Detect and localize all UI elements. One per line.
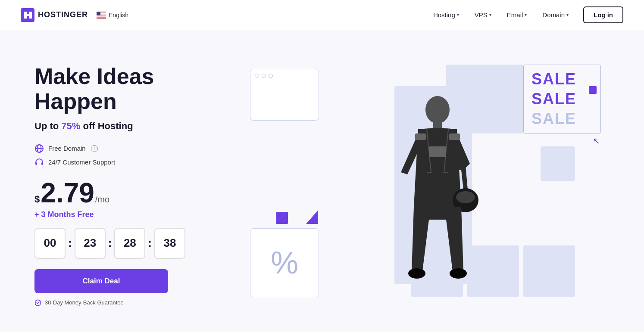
deco-blue-sq-mid-right	[541, 146, 575, 181]
navbar: HOSTINGER English Hosting ▾ VPS ▾	[0, 0, 644, 30]
svg-point-18	[408, 268, 425, 279]
browser-dots	[255, 74, 314, 78]
features-list: Free Domain i 24/7 Customer Support	[34, 144, 241, 167]
nav-vps[interactable]: VPS ▾	[469, 8, 497, 22]
svg-rect-13	[41, 162, 43, 165]
info-icon[interactable]: i	[91, 145, 98, 152]
navbar-left: HOSTINGER English	[21, 8, 128, 22]
countdown-timer: 00 : 23 : 28 : 38	[34, 228, 241, 259]
browser-dot-3	[269, 74, 273, 78]
sale-text-1: SALE	[531, 70, 576, 88]
months-free: + 3 Months Free	[34, 210, 241, 219]
timer-centiseconds: 38	[154, 228, 185, 259]
browser-dot-2	[262, 74, 266, 78]
main-content: Make Ideas Happen Up to 75% off Hosting …	[0, 30, 644, 332]
flag-icon	[97, 12, 106, 19]
price-main: 2.79	[41, 179, 94, 207]
timer-seconds: 28	[114, 228, 145, 259]
shield-icon	[34, 299, 41, 306]
logo[interactable]: HOSTINGER	[21, 8, 88, 22]
nav-domain[interactable]: Domain ▾	[536, 8, 575, 22]
feature-domain-label: Free Domain	[48, 145, 86, 152]
percent-symbol: %	[271, 247, 298, 278]
guarantee-label: 30-Day Money-Back Guarantee	[45, 299, 124, 306]
navbar-right: Hosting ▾ VPS ▾ Email ▾ Domain ▾ Log in	[427, 6, 623, 23]
login-button[interactable]: Log in	[583, 6, 623, 23]
svg-rect-21	[415, 133, 426, 140]
subheadline-suffix: off Hosting	[80, 121, 133, 131]
svg-rect-6	[97, 16, 106, 17]
headset-icon	[34, 158, 44, 167]
timer-sep-1: :	[68, 236, 72, 250]
nav-email[interactable]: Email ▾	[501, 8, 533, 22]
timer-sep-3: :	[148, 236, 152, 250]
hero-subheadline: Up to 75% off Hosting	[34, 121, 241, 132]
hero-left: Make Ideas Happen Up to 75% off Hosting …	[34, 64, 241, 306]
timer-minutes: 23	[75, 228, 106, 259]
hero-headline: Make Ideas Happen	[34, 64, 241, 113]
language-selector[interactable]: English	[97, 12, 128, 19]
svg-point-14	[425, 96, 450, 124]
chevron-down-icon: ▾	[566, 12, 569, 17]
person-svg	[377, 86, 498, 310]
feature-support: 24/7 Customer Support	[34, 158, 241, 167]
chevron-down-icon: ▾	[489, 12, 491, 17]
sale-box: SALE SALE SALE	[523, 65, 601, 133]
svg-point-17	[456, 191, 475, 203]
sale-text-2: SALE	[531, 90, 576, 108]
svg-rect-15	[433, 121, 442, 129]
nav-hosting[interactable]: Hosting ▾	[427, 8, 465, 22]
svg-point-19	[450, 268, 467, 279]
feature-domain: Free Domain i	[34, 144, 241, 153]
logo-text: HOSTINGER	[38, 10, 88, 19]
pricing-section: $ 2.79 /mo	[34, 179, 241, 207]
logo-icon	[21, 8, 34, 22]
svg-rect-5	[97, 15, 106, 16]
svg-rect-12	[35, 162, 37, 165]
hero-right: % SALE SALE SALE ↖	[241, 60, 610, 310]
feature-support-label: 24/7 Customer Support	[48, 158, 115, 166]
deco-purple-sq-left	[276, 212, 288, 224]
deco-purple-triangle	[306, 210, 318, 224]
price-dollar: $	[34, 194, 40, 205]
subheadline-highlight: 75%	[61, 121, 80, 131]
browser-mockup	[250, 69, 319, 121]
percent-box: %	[250, 228, 319, 297]
globe-icon	[34, 144, 44, 153]
svg-rect-7	[97, 17, 106, 18]
svg-rect-20	[429, 146, 446, 157]
timer-hours: 00	[34, 228, 66, 259]
hero-person	[377, 86, 498, 310]
lang-label: English	[109, 12, 128, 19]
chevron-down-icon: ▾	[457, 12, 459, 17]
cursor-icon: ↖	[593, 136, 600, 146]
price-mo: /mo	[95, 195, 109, 205]
deco-blue-sq-br1	[523, 245, 575, 297]
subheadline-prefix: Up to	[34, 121, 61, 131]
timer-sep-2: :	[108, 236, 112, 250]
svg-rect-8	[97, 12, 100, 16]
chevron-down-icon: ▾	[525, 12, 527, 17]
price-row: $ 2.79 /mo	[34, 179, 241, 207]
claim-deal-button[interactable]: Claim Deal	[34, 269, 168, 293]
browser-dot-1	[255, 74, 259, 78]
sale-text-3: SALE	[531, 110, 576, 128]
guarantee-text: 30-Day Money-Back Guarantee	[34, 299, 241, 306]
svg-rect-22	[449, 133, 460, 140]
